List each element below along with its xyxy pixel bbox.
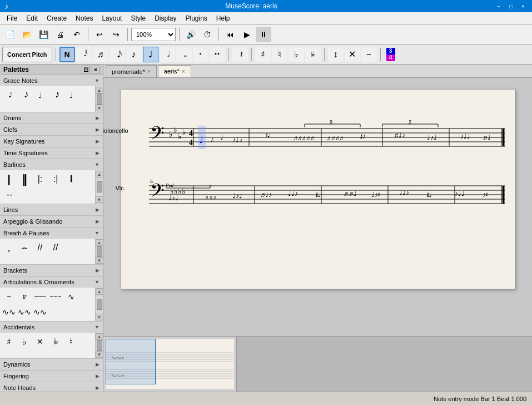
acc-sharp[interactable]: ♯ <box>2 334 16 349</box>
menu-item-help[interactable]: Help <box>212 13 235 23</box>
play-panel-button[interactable]: ⏱ <box>200 27 215 42</box>
dynamics-title[interactable]: Dynamics ▶ <box>0 359 103 370</box>
close-button[interactable]: × <box>519 2 528 11</box>
acc-natural[interactable]: ♮ <box>64 334 78 349</box>
minimap-score[interactable]: 𝄢♩♪♬♩♪♬ 𝄢♩♪♬♩♪♬ <box>106 339 234 389</box>
new-button[interactable]: 📄 <box>2 27 18 42</box>
accidental-dblflat-button[interactable]: 𝄫 <box>305 47 321 62</box>
breath-slash2[interactable]: // <box>48 240 63 255</box>
articulations-scroll-up[interactable]: ▲ <box>96 288 103 295</box>
rewind-button[interactable]: ⏮ <box>222 27 238 42</box>
menu-item-edit[interactable]: Edit <box>22 13 42 23</box>
barlines-scroll-up[interactable]: ▲ <box>96 171 103 177</box>
open-button[interactable]: 📂 <box>19 27 34 42</box>
dotdot-button[interactable]: ·· <box>210 47 225 62</box>
duration-64-button[interactable]: 𝅘𝅥𝅲 <box>76 47 92 62</box>
breath-curved[interactable]: ⌢ <box>17 240 32 255</box>
duration-8-button[interactable]: ♪ <box>126 47 142 62</box>
artic-wave2[interactable]: ∿∿ <box>2 305 16 319</box>
accidental-natural-button[interactable]: ♮ <box>272 47 287 62</box>
fingering-title[interactable]: Fingering ▶ <box>0 371 103 382</box>
acc-x[interactable]: ✕ <box>33 334 47 349</box>
articulations-title[interactable]: Articulations & Ornaments ▼ <box>0 276 103 288</box>
barline-single[interactable]: | <box>2 172 16 186</box>
accidentals-scroll-down[interactable]: ▼ <box>96 351 103 358</box>
grace-note-4[interactable]: 𝅘𝅥𝅯 <box>48 88 63 102</box>
maximize-button[interactable]: □ <box>506 2 515 11</box>
brackets-title[interactable]: Brackets ▶ <box>0 265 103 276</box>
articulations-scroll-thumb[interactable] <box>97 299 102 310</box>
flip-button[interactable]: ↕ <box>328 47 344 62</box>
play-button[interactable]: ▶ <box>239 27 255 42</box>
tenuto-button[interactable]: − <box>361 47 377 62</box>
undo-button[interactable]: ↩ <box>92 27 107 42</box>
note-input-button[interactable]: N <box>59 47 75 62</box>
barlines-scroll-down[interactable]: ▼ <box>96 196 103 203</box>
barlines-scroll-thumb[interactable] <box>97 181 102 192</box>
accidentals-title[interactable]: Accidentals ▼ <box>0 322 103 333</box>
breath-slash1[interactable]: // <box>33 240 47 255</box>
tab-aeris-close[interactable]: × <box>182 68 185 75</box>
menu-item-file[interactable]: File <box>2 13 22 23</box>
menu-item-notes[interactable]: Notes <box>71 13 97 23</box>
zoom-select[interactable]: 100% 75% 150% <box>131 28 176 41</box>
stop-button[interactable]: ⏸ <box>256 27 271 42</box>
time-sig-title[interactable]: Time Signatures ▶ <box>0 147 103 159</box>
barline-end-repeat[interactable]: :| <box>48 172 63 186</box>
acc-dblflat[interactable]: 𝄫 <box>48 334 63 349</box>
grace-notes-scroll-down[interactable]: ▼ <box>96 105 103 111</box>
barline-double[interactable]: ‖ <box>17 172 32 186</box>
artic-tilde2[interactable]: ~~~ <box>33 289 47 304</box>
redo-button[interactable]: ↪ <box>108 27 124 42</box>
barline-final[interactable]: 𝄂 <box>64 172 78 186</box>
rest-button[interactable]: 𝄽 <box>232 47 248 62</box>
grace-note-2[interactable]: 𝅘𝅥𝅮 <box>17 88 32 102</box>
palette-settings-icon[interactable]: ⊡ <box>82 66 90 73</box>
artic-wave3[interactable]: ∿∿ <box>17 305 32 319</box>
artic-wave4[interactable]: ∿∿ <box>33 305 47 319</box>
score-canvas[interactable]: Violoncello 𝄢 ♭ ♭ ♭ ♭ <box>103 78 532 336</box>
menu-item-create[interactable]: Create <box>42 13 71 23</box>
duration-4-button[interactable]: ♩ <box>143 47 158 62</box>
key-sig-title[interactable]: Key Signatures ▶ <box>0 136 103 147</box>
note-heads-title[interactable]: Note Heads ▶ <box>0 382 103 392</box>
breath-scroll-up[interactable]: ▲ <box>96 239 103 246</box>
breath-title[interactable]: Breath & Pauses ▼ <box>0 228 103 239</box>
breath-scroll-down[interactable]: ▼ <box>96 257 103 264</box>
grace-notes-scroll-thumb[interactable] <box>97 93 102 105</box>
duration-2-button[interactable]: 𝅗𝅥 <box>160 47 175 62</box>
cross-button[interactable]: ✕ <box>345 47 360 62</box>
artic-tilde3[interactable]: ~~~ <box>48 289 63 304</box>
artic-tilde1[interactable]: ~ <box>2 289 16 304</box>
arpeggio-title[interactable]: Arpeggio & Glissando ▶ <box>0 216 103 227</box>
duration-32-button[interactable]: ♬ <box>93 47 108 62</box>
grace-notes-scroll-up[interactable]: ▲ <box>96 87 103 93</box>
tab-promenade-close[interactable]: × <box>147 68 151 75</box>
grace-note-3[interactable]: ♩ <box>33 88 47 102</box>
save-button[interactable]: 💾 <box>36 27 51 42</box>
accidental-sharp-button[interactable]: ♯ <box>255 47 271 62</box>
drums-title[interactable]: Drums ▶ <box>0 112 103 124</box>
accidentals-scroll-up[interactable]: ▲ <box>96 333 103 340</box>
menu-item-plugins[interactable]: Plugins <box>181 13 212 23</box>
breath-comma[interactable]: , <box>2 240 16 255</box>
grace-note-1[interactable]: 𝅘𝅥𝅮 <box>2 88 16 102</box>
artic-tr[interactable]: tr <box>17 289 32 304</box>
duration-1-button[interactable]: 𝅝 <box>176 47 192 62</box>
concert-pitch-button[interactable]: Concert Pitch <box>2 47 52 62</box>
menu-item-layout[interactable]: Layout <box>97 13 126 23</box>
palette-close-icon[interactable]: × <box>92 66 100 73</box>
print-button[interactable]: 🖨 <box>52 27 68 42</box>
tab-promenade[interactable]: promenade* × <box>106 65 157 77</box>
barline-start-repeat[interactable]: |: <box>33 172 47 186</box>
acc-flat[interactable]: ♭ <box>17 334 32 349</box>
duration-16-button[interactable]: 𝅘𝅥𝅯 <box>110 47 125 62</box>
minimize-button[interactable]: − <box>494 2 503 11</box>
barline-dashed[interactable]: - - <box>2 187 16 202</box>
articulations-scroll-down[interactable]: ▼ <box>96 314 103 320</box>
grace-notes-title[interactable]: Grace Notes ▼ <box>0 75 103 86</box>
accidentals-scroll-thumb[interactable] <box>97 340 102 351</box>
dot-button[interactable]: · <box>193 47 208 62</box>
menu-item-style[interactable]: Style <box>126 13 150 23</box>
mixer-button[interactable]: 🔊 <box>183 27 198 42</box>
